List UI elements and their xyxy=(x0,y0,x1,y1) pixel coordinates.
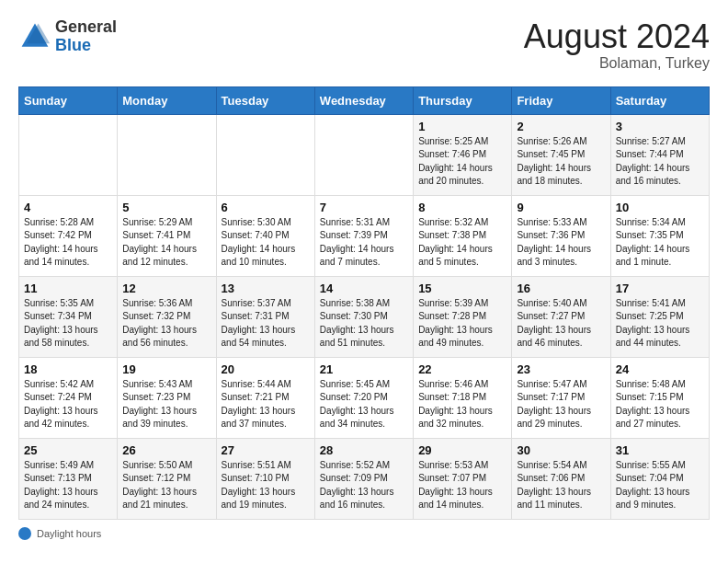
calendar-week-row: 1Sunrise: 5:25 AM Sunset: 7:46 PM Daylig… xyxy=(19,114,710,195)
calendar-week-row: 25Sunrise: 5:49 AM Sunset: 7:13 PM Dayli… xyxy=(19,438,710,519)
calendar-cell: 28Sunrise: 5:52 AM Sunset: 7:09 PM Dayli… xyxy=(314,438,413,519)
footer: Daylight hours xyxy=(18,527,710,540)
calendar-cell: 21Sunrise: 5:45 AM Sunset: 7:20 PM Dayli… xyxy=(314,357,413,438)
calendar-cell: 20Sunrise: 5:44 AM Sunset: 7:21 PM Dayli… xyxy=(216,357,314,438)
day-number: 14 xyxy=(320,282,408,295)
day-number: 5 xyxy=(122,201,210,214)
day-number: 9 xyxy=(517,201,605,214)
calendar-cell: 22Sunrise: 5:46 AM Sunset: 7:18 PM Dayli… xyxy=(414,357,512,438)
weekday-header-sunday: Sunday xyxy=(19,86,118,114)
calendar-cell: 18Sunrise: 5:42 AM Sunset: 7:24 PM Dayli… xyxy=(19,357,118,438)
day-number: 22 xyxy=(418,362,506,376)
day-info: Sunrise: 5:26 AM Sunset: 7:45 PM Dayligh… xyxy=(517,135,605,189)
calendar-cell: 4Sunrise: 5:28 AM Sunset: 7:42 PM Daylig… xyxy=(19,195,118,276)
logo-icon xyxy=(18,20,51,53)
calendar-cell xyxy=(118,114,216,195)
calendar-cell: 13Sunrise: 5:37 AM Sunset: 7:31 PM Dayli… xyxy=(216,276,314,357)
day-info: Sunrise: 5:54 AM Sunset: 7:06 PM Dayligh… xyxy=(517,459,605,512)
calendar-cell: 12Sunrise: 5:36 AM Sunset: 7:32 PM Dayli… xyxy=(118,276,216,357)
page-header: General Blue August 2024 Bolaman, Turkey xyxy=(18,18,710,72)
calendar-cell: 30Sunrise: 5:54 AM Sunset: 7:06 PM Dayli… xyxy=(512,438,610,519)
logo: General Blue xyxy=(18,18,117,55)
day-info: Sunrise: 5:42 AM Sunset: 7:24 PM Dayligh… xyxy=(24,378,112,431)
day-info: Sunrise: 5:40 AM Sunset: 7:27 PM Dayligh… xyxy=(517,297,605,350)
day-number: 1 xyxy=(418,120,506,133)
calendar-cell: 17Sunrise: 5:41 AM Sunset: 7:25 PM Dayli… xyxy=(610,276,709,357)
calendar-cell: 11Sunrise: 5:35 AM Sunset: 7:34 PM Dayli… xyxy=(19,276,118,357)
day-info: Sunrise: 5:33 AM Sunset: 7:36 PM Dayligh… xyxy=(517,216,605,270)
weekday-header-row: SundayMondayTuesdayWednesdayThursdayFrid… xyxy=(19,86,710,114)
calendar-cell: 27Sunrise: 5:51 AM Sunset: 7:10 PM Dayli… xyxy=(216,438,314,519)
weekday-header-saturday: Saturday xyxy=(610,86,709,114)
day-number: 13 xyxy=(222,282,310,295)
calendar-cell: 6Sunrise: 5:30 AM Sunset: 7:40 PM Daylig… xyxy=(216,195,314,276)
calendar-cell: 23Sunrise: 5:47 AM Sunset: 7:17 PM Dayli… xyxy=(512,357,610,438)
calendar-cell: 3Sunrise: 5:27 AM Sunset: 7:44 PM Daylig… xyxy=(610,114,709,195)
calendar-cell: 14Sunrise: 5:38 AM Sunset: 7:30 PM Dayli… xyxy=(314,276,413,357)
day-info: Sunrise: 5:41 AM Sunset: 7:25 PM Dayligh… xyxy=(616,297,704,350)
day-number: 11 xyxy=(24,282,112,295)
weekday-header-friday: Friday xyxy=(512,86,610,114)
day-info: Sunrise: 5:47 AM Sunset: 7:17 PM Dayligh… xyxy=(517,378,605,431)
day-number: 18 xyxy=(24,362,112,376)
day-number: 24 xyxy=(616,362,704,376)
calendar-cell: 7Sunrise: 5:31 AM Sunset: 7:39 PM Daylig… xyxy=(314,195,413,276)
day-info: Sunrise: 5:52 AM Sunset: 7:09 PM Dayligh… xyxy=(320,459,408,512)
calendar-cell: 19Sunrise: 5:43 AM Sunset: 7:23 PM Dayli… xyxy=(118,357,216,438)
day-number: 20 xyxy=(222,362,310,376)
calendar-cell: 2Sunrise: 5:26 AM Sunset: 7:45 PM Daylig… xyxy=(512,114,610,195)
day-number: 19 xyxy=(122,362,210,376)
day-info: Sunrise: 5:49 AM Sunset: 7:13 PM Dayligh… xyxy=(24,459,112,512)
day-number: 30 xyxy=(517,443,605,457)
day-info: Sunrise: 5:25 AM Sunset: 7:46 PM Dayligh… xyxy=(418,135,506,189)
day-number: 15 xyxy=(418,282,506,295)
day-number: 17 xyxy=(616,282,704,295)
calendar-week-row: 4Sunrise: 5:28 AM Sunset: 7:42 PM Daylig… xyxy=(19,195,710,276)
calendar-cell xyxy=(19,114,118,195)
day-info: Sunrise: 5:53 AM Sunset: 7:07 PM Dayligh… xyxy=(418,459,506,512)
day-number: 6 xyxy=(222,201,310,214)
day-number: 10 xyxy=(616,201,704,214)
day-info: Sunrise: 5:28 AM Sunset: 7:42 PM Dayligh… xyxy=(24,216,112,270)
day-info: Sunrise: 5:37 AM Sunset: 7:31 PM Dayligh… xyxy=(222,297,310,350)
calendar-cell: 25Sunrise: 5:49 AM Sunset: 7:13 PM Dayli… xyxy=(19,438,118,519)
day-number: 4 xyxy=(24,201,112,214)
calendar-week-row: 11Sunrise: 5:35 AM Sunset: 7:34 PM Dayli… xyxy=(19,276,710,357)
day-number: 21 xyxy=(320,362,408,376)
day-number: 16 xyxy=(517,282,605,295)
day-info: Sunrise: 5:46 AM Sunset: 7:18 PM Dayligh… xyxy=(418,378,506,431)
day-info: Sunrise: 5:45 AM Sunset: 7:20 PM Dayligh… xyxy=(320,378,408,431)
calendar-table: SundayMondayTuesdayWednesdayThursdayFrid… xyxy=(18,86,710,520)
day-info: Sunrise: 5:51 AM Sunset: 7:10 PM Dayligh… xyxy=(222,459,310,512)
weekday-header-tuesday: Tuesday xyxy=(216,86,314,114)
day-info: Sunrise: 5:34 AM Sunset: 7:35 PM Dayligh… xyxy=(616,216,704,270)
day-info: Sunrise: 5:50 AM Sunset: 7:12 PM Dayligh… xyxy=(122,459,210,512)
day-info: Sunrise: 5:44 AM Sunset: 7:21 PM Dayligh… xyxy=(222,378,310,431)
day-number: 12 xyxy=(122,282,210,295)
day-info: Sunrise: 5:48 AM Sunset: 7:15 PM Dayligh… xyxy=(616,378,704,431)
day-info: Sunrise: 5:43 AM Sunset: 7:23 PM Dayligh… xyxy=(122,378,210,431)
day-info: Sunrise: 5:38 AM Sunset: 7:30 PM Dayligh… xyxy=(320,297,408,350)
calendar-cell: 31Sunrise: 5:55 AM Sunset: 7:04 PM Dayli… xyxy=(610,438,709,519)
day-info: Sunrise: 5:32 AM Sunset: 7:38 PM Dayligh… xyxy=(418,216,506,270)
footer-label: Daylight hours xyxy=(37,528,101,539)
calendar-cell: 15Sunrise: 5:39 AM Sunset: 7:28 PM Dayli… xyxy=(414,276,512,357)
day-info: Sunrise: 5:27 AM Sunset: 7:44 PM Dayligh… xyxy=(616,135,704,189)
day-number: 3 xyxy=(616,120,704,133)
calendar-week-row: 18Sunrise: 5:42 AM Sunset: 7:24 PM Dayli… xyxy=(19,357,710,438)
title-block: August 2024 Bolaman, Turkey xyxy=(524,18,710,72)
calendar-cell xyxy=(216,114,314,195)
day-info: Sunrise: 5:35 AM Sunset: 7:34 PM Dayligh… xyxy=(24,297,112,350)
day-number: 7 xyxy=(320,201,408,214)
calendar-cell: 26Sunrise: 5:50 AM Sunset: 7:12 PM Dayli… xyxy=(118,438,216,519)
day-number: 8 xyxy=(418,201,506,214)
day-info: Sunrise: 5:31 AM Sunset: 7:39 PM Dayligh… xyxy=(320,216,408,270)
calendar-cell: 1Sunrise: 5:25 AM Sunset: 7:46 PM Daylig… xyxy=(414,114,512,195)
logo-blue: Blue xyxy=(55,37,117,55)
day-number: 25 xyxy=(24,443,112,457)
day-number: 26 xyxy=(122,443,210,457)
weekday-header-monday: Monday xyxy=(118,86,216,114)
day-number: 23 xyxy=(517,362,605,376)
calendar-cell: 29Sunrise: 5:53 AM Sunset: 7:07 PM Dayli… xyxy=(414,438,512,519)
logo-general: General xyxy=(55,18,117,37)
